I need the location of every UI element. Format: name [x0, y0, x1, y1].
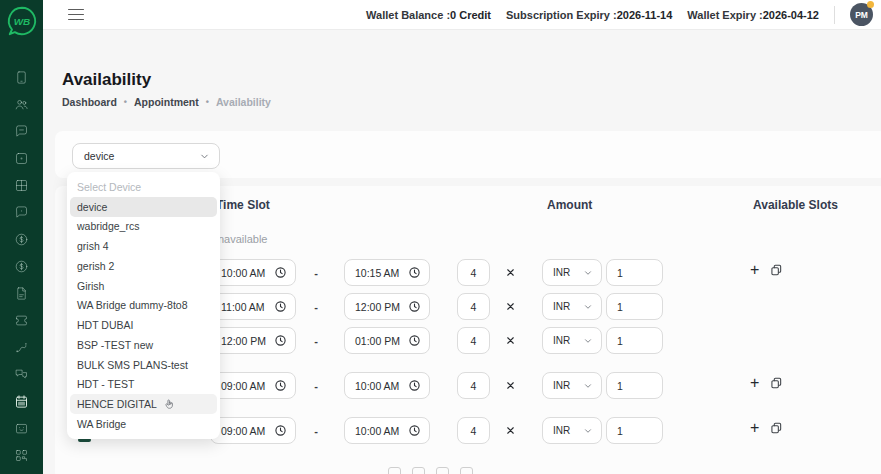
- clock-icon: [274, 266, 287, 279]
- slot-count-input[interactable]: [457, 372, 490, 399]
- time-slot-row: 09:00 AM - 10:00 AM INR +: [210, 372, 867, 400]
- column-header-available-slots: Available Slots: [753, 198, 838, 212]
- device-option[interactable]: HDT DUBAI: [67, 315, 220, 335]
- chevron-down-icon: [199, 151, 210, 162]
- device-option-placeholder: Select Device: [67, 177, 220, 197]
- device-option[interactable]: WA Bridge: [67, 414, 220, 434]
- end-time-input[interactable]: 10:00 AM: [344, 372, 430, 399]
- device-option[interactable]: HENCE DIGITAL: [70, 394, 217, 414]
- currency-select[interactable]: INR: [542, 259, 602, 286]
- close-icon: [505, 267, 516, 278]
- sidebar: WB: [0, 0, 43, 474]
- end-time-input[interactable]: 12:00 PM: [344, 293, 430, 320]
- feedback-box-icon[interactable]: [14, 421, 29, 436]
- coupon-icon[interactable]: [14, 313, 29, 328]
- amount-input[interactable]: [606, 327, 663, 354]
- clipped-bottom-controls: [388, 467, 473, 474]
- transactions-dollar-icon[interactable]: [14, 259, 29, 274]
- clock-icon: [408, 334, 421, 347]
- end-time-input[interactable]: 10:15 AM: [344, 259, 430, 286]
- start-time-input[interactable]: 09:00 AM: [210, 417, 296, 444]
- start-time-input[interactable]: 11:00 AM: [210, 293, 296, 320]
- remove-slot-button[interactable]: [501, 421, 519, 439]
- row-actions: +: [750, 375, 783, 391]
- device-select-value: device: [84, 150, 114, 162]
- add-slot-button[interactable]: +: [750, 375, 759, 391]
- amount-input[interactable]: [606, 417, 663, 444]
- close-icon: [505, 425, 516, 436]
- breadcrumb-separator: •: [206, 97, 209, 107]
- end-time-input[interactable]: 10:00 AM: [344, 417, 430, 444]
- chevron-down-icon: [583, 336, 593, 346]
- device-option[interactable]: device: [70, 197, 217, 217]
- clock-icon: [408, 266, 421, 279]
- sidebar-nav: [0, 70, 43, 474]
- device-option[interactable]: HDT - TEST: [67, 375, 220, 395]
- chat-status-icon[interactable]: [14, 124, 29, 139]
- time-slot-row: 12:00 PM - 01:00 PM INR: [210, 327, 867, 355]
- start-time-input[interactable]: 12:00 PM: [210, 327, 296, 354]
- device-tablet-icon[interactable]: [14, 70, 29, 85]
- page-title: Availability: [62, 70, 151, 90]
- add-slot-button[interactable]: +: [750, 420, 759, 436]
- amount-input[interactable]: [606, 293, 663, 320]
- add-slot-button[interactable]: +: [750, 262, 759, 278]
- amount-input[interactable]: [606, 372, 663, 399]
- qr-code-icon[interactable]: [14, 448, 29, 463]
- notification-dot: [867, 1, 874, 8]
- start-time-input[interactable]: 10:00 AM: [210, 259, 296, 286]
- copy-icon: [769, 376, 783, 390]
- device-option[interactable]: WA Bridge dummy-8to8: [67, 296, 220, 316]
- device-select[interactable]: device: [72, 143, 220, 169]
- breadcrumb-appointment[interactable]: Appointment: [134, 96, 199, 108]
- currency-select[interactable]: INR: [542, 417, 602, 444]
- conversations-icon[interactable]: [14, 367, 29, 382]
- menu-toggle-icon[interactable]: [68, 9, 84, 21]
- device-option[interactable]: BSP -TEST new: [67, 335, 220, 355]
- start-time-input[interactable]: 09:00 AM: [210, 372, 296, 399]
- wallet-expiry: Wallet Expiry :2026-04-12: [687, 9, 819, 21]
- currency-select[interactable]: INR: [542, 372, 602, 399]
- copy-icon: [769, 421, 783, 435]
- integration-link-icon[interactable]: [14, 340, 29, 355]
- user-avatar[interactable]: PM: [850, 3, 873, 26]
- currency-select[interactable]: INR: [542, 293, 602, 320]
- slot-count-input[interactable]: [457, 327, 490, 354]
- device-option[interactable]: gerish 2: [67, 256, 220, 276]
- slot-count-input[interactable]: [457, 259, 490, 286]
- breadcrumb: Dashboard • Appointment • Availability: [62, 96, 271, 108]
- clock-icon: [274, 379, 287, 392]
- device-option[interactable]: Girish: [67, 276, 220, 296]
- chevron-down-icon: [583, 302, 593, 312]
- copy-slot-button[interactable]: [769, 376, 783, 390]
- copy-slot-button[interactable]: [769, 263, 783, 277]
- remove-slot-button[interactable]: [501, 331, 519, 349]
- wallet-dollar-icon[interactable]: [14, 232, 29, 247]
- appointment-calendar-icon[interactable]: [14, 394, 29, 409]
- time-range-separator: -: [310, 417, 322, 444]
- device-option[interactable]: grish 4: [67, 236, 220, 256]
- pdf-report-icon[interactable]: [14, 286, 29, 301]
- close-icon: [505, 335, 516, 346]
- remove-slot-button[interactable]: [501, 297, 519, 315]
- column-header-time-slot: Time Slot: [216, 198, 270, 212]
- device-option[interactable]: BULK SMS PLANS-test: [67, 355, 220, 375]
- amount-input[interactable]: [606, 259, 663, 286]
- currency-select[interactable]: INR: [542, 327, 602, 354]
- slot-count-input[interactable]: [457, 293, 490, 320]
- chevron-down-icon: [583, 268, 593, 278]
- remove-slot-button[interactable]: [501, 263, 519, 281]
- device-option[interactable]: wabridge_rcs: [67, 217, 220, 237]
- breadcrumb-dashboard[interactable]: Dashboard: [62, 96, 117, 108]
- chat-icon[interactable]: [14, 205, 29, 220]
- table-grid-icon[interactable]: [14, 178, 29, 193]
- checkbox-dot-icon[interactable]: [14, 151, 29, 166]
- remove-slot-button[interactable]: [501, 376, 519, 394]
- users-icon[interactable]: [14, 97, 29, 112]
- topbar-divider: [834, 6, 835, 24]
- clock-icon: [408, 379, 421, 392]
- clock-icon: [274, 300, 287, 313]
- copy-slot-button[interactable]: [769, 421, 783, 435]
- end-time-input[interactable]: 01:00 PM: [344, 327, 430, 354]
- slot-count-input[interactable]: [457, 417, 490, 444]
